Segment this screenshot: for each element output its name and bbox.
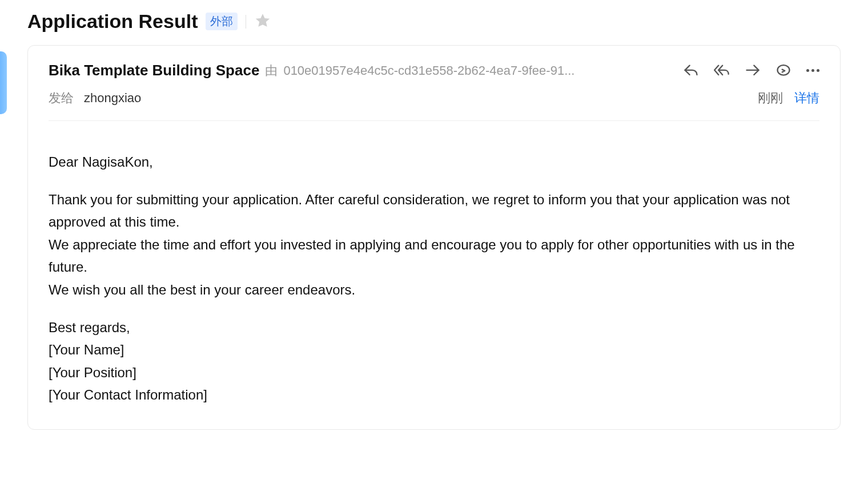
body-name-placeholder: [Your Name] <box>49 338 819 361</box>
message-actions <box>683 63 819 79</box>
via-address: 010e01957e4e4c5c-cd31e558-2b62-4ea7-9fee… <box>283 63 666 78</box>
details-link[interactable]: 详情 <box>794 90 819 107</box>
to-value: zhongxiao <box>84 91 141 106</box>
reply-all-icon[interactable] <box>714 63 730 79</box>
forward-chat-icon[interactable] <box>775 63 791 79</box>
body-greeting: Dear NagisaKon, <box>49 151 819 174</box>
email-card: Bika Template Building Space 由 010e01957… <box>27 45 841 430</box>
to-label: 发给 <box>49 90 74 107</box>
body-paragraph: Thank you for submitting your applicatio… <box>49 188 819 233</box>
vertical-divider <box>246 15 246 29</box>
body-position-placeholder: [Your Position] <box>49 361 819 384</box>
reply-icon[interactable] <box>683 63 699 79</box>
body-signoff: Best regards, <box>49 316 819 339</box>
recipient-row: 发给 zhongxiao 刚刚 详情 <box>49 90 819 121</box>
sender-name: Bika Template Building Space <box>49 62 259 79</box>
sender-row: Bika Template Building Space 由 010e01957… <box>49 62 819 79</box>
email-body: Dear NagisaKon, Thank you for submitting… <box>49 121 819 406</box>
body-paragraph: We wish you all the best in your career … <box>49 279 819 301</box>
forward-icon[interactable] <box>745 63 761 79</box>
via-label: 由 <box>265 62 278 79</box>
subject-header-row: Application Result 外部 <box>27 10 841 33</box>
email-view: Application Result 外部 Bika Template Buil… <box>0 0 868 430</box>
body-paragraph: We appreciate the time and effort you in… <box>49 233 819 279</box>
external-badge: 外部 <box>206 13 238 30</box>
selection-highlight-strip <box>0 51 7 114</box>
body-contact-placeholder: [Your Contact Information] <box>49 384 819 406</box>
star-icon[interactable] <box>254 12 271 31</box>
email-subject: Application Result <box>27 10 198 33</box>
more-icon[interactable] <box>806 69 819 72</box>
time-label: 刚刚 <box>758 90 783 107</box>
